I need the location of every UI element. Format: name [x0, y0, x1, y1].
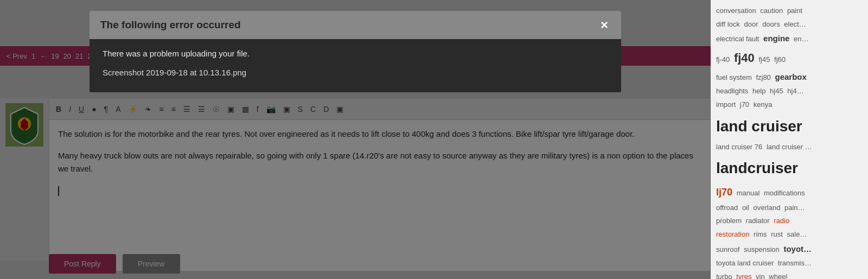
tag-electrical-fault[interactable]: electrical fault [716, 35, 759, 43]
tag-toyot[interactable]: toyot… [783, 244, 812, 253]
error-message: There was a problem uploading your file. [103, 49, 608, 58]
tag-lj70[interactable]: lj70 [716, 187, 732, 198]
tag-land-cruiser[interactable]: land cruiser [716, 118, 802, 135]
tag-land-cruiser-more[interactable]: land cruiser … [767, 143, 812, 151]
tag-elect[interactable]: elect… [784, 20, 806, 28]
modal-header: The following error occurred × [90, 11, 621, 39]
tag-toyota-land-cruiser[interactable]: toyota land cruiser [716, 259, 774, 267]
tag-turbo[interactable]: turbo [716, 272, 732, 279]
tag-manual[interactable]: manual [737, 189, 760, 197]
tag-fj40[interactable]: fj40 [734, 51, 755, 65]
tag-paint[interactable]: paint [787, 7, 802, 15]
tag-diff-lock[interactable]: diff lock [716, 20, 740, 28]
tag-landcruiser[interactable]: landcruiser [716, 160, 798, 176]
right-sidebar: conversation caution paint diff lock doo… [711, 0, 868, 279]
tag-headlights[interactable]: headlights [716, 87, 748, 95]
tag-vin[interactable]: vin [756, 272, 765, 279]
tag-rims[interactable]: rims [754, 230, 767, 238]
tag-oil[interactable]: oil [742, 204, 749, 212]
tag-problem[interactable]: problem [716, 217, 742, 225]
modal-title: The following error occurred [100, 19, 241, 31]
tag-sunroof[interactable]: sunroof [716, 245, 739, 253]
modal-overlay: The following error occurred × There was… [0, 0, 711, 279]
tag-gearbox[interactable]: gearbox [775, 72, 806, 81]
tag-import[interactable]: import [716, 100, 736, 109]
tag-radio[interactable]: radio [774, 217, 789, 225]
modal-body: There was a problem uploading your file.… [90, 39, 621, 92]
tag-overland[interactable]: overland [754, 204, 781, 212]
tag-sale[interactable]: sale… [787, 230, 807, 238]
tag-hj45[interactable]: hj45 [770, 87, 783, 95]
tag-modifications[interactable]: modifications [764, 189, 805, 197]
tag-kenya[interactable]: kenya [754, 100, 773, 109]
tag-help[interactable]: help [752, 87, 766, 95]
tag-caution[interactable]: caution [760, 7, 783, 15]
tag-fj45[interactable]: fj45 [758, 55, 770, 64]
tag-wheel[interactable]: wheel [769, 272, 787, 279]
tag-cloud: conversation caution paint diff lock doo… [716, 4, 863, 279]
tag-rust[interactable]: rust [771, 230, 783, 238]
tag-fj40-dash[interactable]: fj-40 [716, 55, 730, 64]
tag-transmis[interactable]: transmis… [778, 259, 812, 267]
tag-door[interactable]: door [744, 20, 758, 28]
tag-fzj80[interactable]: fzj80 [756, 73, 770, 81]
tag-suspension[interactable]: suspension [744, 245, 780, 253]
tag-fuel-system[interactable]: fuel system [716, 73, 752, 81]
tag-land-cruiser-76[interactable]: land cruiser 76 [716, 143, 762, 151]
tag-j70[interactable]: j70 [740, 100, 749, 109]
tag-restoration[interactable]: restoration [716, 230, 749, 238]
tag-engine[interactable]: engine [763, 34, 789, 43]
tag-pain[interactable]: pain… [784, 204, 805, 212]
tag-hj4[interactable]: hj4… [787, 87, 803, 95]
tag-fj60[interactable]: fj60 [774, 55, 786, 64]
error-filename: Screenshot 2019-09-18 at 10.13.16.png [103, 68, 608, 77]
tag-en[interactable]: en… [794, 35, 808, 43]
tag-radiator[interactable]: radiator [746, 217, 770, 225]
tag-conversation[interactable]: conversation [716, 7, 756, 15]
tag-offroad[interactable]: offroad [716, 204, 738, 212]
modal-close-button[interactable]: × [598, 18, 610, 31]
error-modal: The following error occurred × There was… [90, 11, 621, 92]
tag-doors[interactable]: doors [762, 20, 780, 28]
tag-tyres[interactable]: tyres [736, 272, 751, 279]
